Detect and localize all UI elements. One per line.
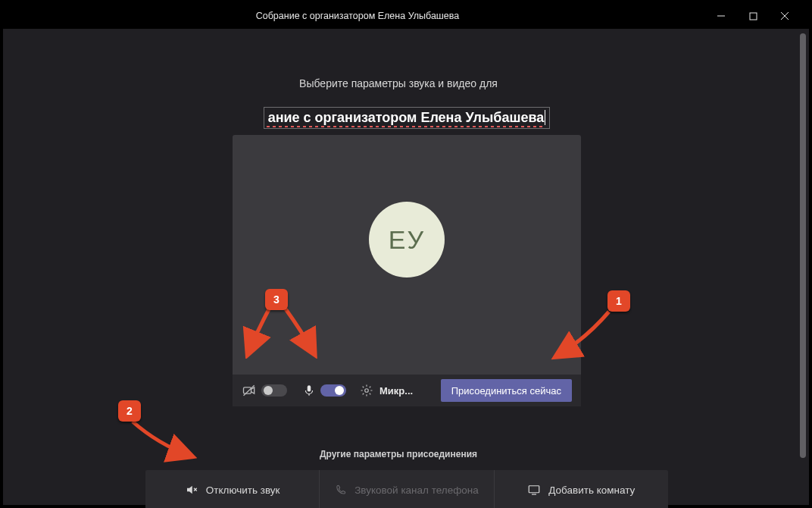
annotation-badge-3: 3 [265, 289, 288, 310]
option-label: Добавить комнату [548, 484, 635, 496]
add-room-option[interactable]: Добавить комнату [495, 470, 668, 508]
av-controls-bar: Микр... Присоединиться сейчас [233, 375, 581, 406]
maximize-button[interactable] [744, 7, 762, 25]
speaker-mute-icon [185, 483, 198, 497]
microphone-icon [302, 384, 316, 397]
svg-point-8 [365, 389, 369, 393]
scrollbar-thumb[interactable] [800, 33, 806, 458]
svg-rect-11 [529, 486, 540, 493]
join-now-button[interactable]: Присоединиться сейчас [441, 379, 572, 402]
meeting-name-field[interactable]: ание с организатором Елена Улыбашева [255, 103, 558, 132]
camera-toggle[interactable] [261, 384, 287, 397]
app-window: Собрание с организатором Елена Улыбашева… [3, 3, 809, 505]
gear-icon[interactable] [360, 384, 373, 397]
choose-settings-heading: Выберите параметры звука и видео для [3, 77, 794, 89]
minimize-button[interactable] [712, 7, 730, 25]
svg-rect-6 [308, 385, 311, 391]
content-area: Выберите параметры звука и видео для ани… [3, 29, 809, 505]
phone-icon [335, 484, 347, 496]
mute-audio-option[interactable]: Отключить звук [145, 470, 319, 508]
camera-off-icon [242, 383, 257, 398]
svg-rect-1 [750, 13, 757, 20]
option-label: Звуковой канал телефона [354, 484, 479, 496]
app-frame: Собрание с организатором Елена Улыбашева… [0, 0, 812, 508]
avatar: ЕУ [369, 202, 445, 278]
svg-rect-4 [244, 387, 251, 394]
scrollbar-track[interactable] [800, 33, 806, 508]
other-join-options: Отключить звук Звуковой канал телефона [145, 470, 668, 508]
window-controls [712, 7, 809, 25]
annotation-badge-2: 2 [118, 400, 141, 422]
annotation-badge-1: 1 [607, 290, 630, 312]
phone-audio-option: Звуковой канал телефона [320, 470, 493, 508]
meeting-name-text: ание с организатором Елена Улыбашева [268, 110, 546, 125]
microphone-toggle[interactable] [320, 384, 346, 397]
avatar-initials: ЕУ [389, 225, 425, 255]
other-join-heading: Другие параметры присоединения [3, 449, 794, 459]
screen-share-icon [527, 483, 541, 497]
option-label: Отключить звук [206, 484, 280, 496]
video-preview-panel: ЕУ [233, 135, 581, 375]
titlebar: Собрание с организатором Елена Улыбашева [3, 3, 809, 29]
close-button[interactable] [776, 7, 794, 25]
window-title: Собрание с организатором Елена Улыбашева [3, 11, 712, 21]
device-label[interactable]: Микр... [379, 385, 413, 397]
